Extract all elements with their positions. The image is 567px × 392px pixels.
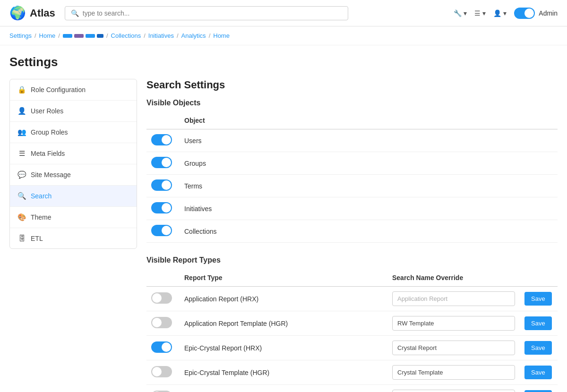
report-toggle-epic-crystal-tpl-hgr[interactable] [151, 366, 172, 377]
report-save-cell: Save [520, 336, 558, 360]
sep-1: / [34, 32, 36, 39]
save-button-epic-webl-report-hrx[interactable]: Save [524, 390, 552, 392]
report-toggle-app-report-tpl-hgr[interactable] [151, 317, 172, 328]
sidebar-item-role-config[interactable]: 🔒 Role Configuration [10, 79, 137, 101]
tools-chevron: ▾ [464, 9, 467, 17]
report-save-cell: Save [520, 360, 558, 385]
report-toggle-cell [146, 287, 180, 311]
sep-3: / [106, 32, 108, 39]
visible-objects-title: Visible Objects [146, 99, 558, 107]
pill-blue [63, 34, 72, 38]
object-label: Users [184, 137, 202, 145]
sidebar-label-search: Search [31, 192, 52, 200]
global-search[interactable]: 🔍 [65, 6, 348, 20]
report-override-cell [387, 385, 520, 392]
save-button-app-report-tpl-hgr[interactable]: Save [524, 316, 552, 330]
user-icon: 👤 [493, 9, 501, 17]
object-label: Collections [184, 228, 216, 235]
logo-text: Atlas [30, 7, 55, 19]
user-chevron: ▾ [503, 9, 507, 17]
sidebar-item-etl[interactable]: 🗄 ETL [10, 228, 137, 248]
breadcrumb-analytics[interactable]: Analytics [181, 32, 206, 39]
breadcrumb-home-1[interactable]: Home [39, 32, 56, 39]
sidebar-item-meta-fields[interactable]: ☰ Meta Fields [10, 143, 137, 164]
group-roles-icon: 👥 [17, 128, 26, 136]
override-input-epic-crystal-tpl-hgr[interactable] [392, 365, 515, 380]
user-menu[interactable]: 👤 ▾ [493, 9, 507, 17]
breadcrumb-settings[interactable]: Settings [9, 32, 32, 39]
search-override-col-header: Search Name Override [387, 270, 520, 287]
sidebar-item-site-message[interactable]: 💬 Site Message [10, 164, 137, 186]
override-input-epic-webl-report-hrx[interactable] [392, 390, 515, 392]
override-input-app-report-hrx[interactable] [392, 291, 515, 306]
report-types-table: Report Type Search Name Override Applica… [146, 270, 558, 392]
top-nav: 🌍 Atlas 🔍 🔧 ▾ ☰ ▾ 👤 ▾ Admin [0, 0, 567, 26]
report-type-col-header: Report Type [180, 270, 387, 287]
content-area: Search Settings Visible Objects Object U… [146, 79, 558, 392]
report-override-cell [387, 336, 520, 360]
sidebar-item-user-roles[interactable]: 👤 User Roles [10, 101, 137, 122]
table-row: Users [146, 129, 558, 152]
visible-report-types-title: Visible Report Types [146, 256, 558, 264]
report-save-cell: Save [520, 311, 558, 336]
sidebar-label-group-roles: Group Roles [31, 128, 68, 136]
list-menu[interactable]: ☰ ▾ [474, 9, 486, 17]
object-toggle-collections[interactable] [151, 225, 172, 236]
sidebar-label-user-roles: User Roles [31, 107, 63, 115]
sidebar-label-etl: ETL [31, 235, 43, 242]
breadcrumb-collections[interactable]: Collections [111, 32, 141, 39]
objects-toggle-col-header [146, 113, 180, 129]
table-row: Epic-Crystal Template (HGR) Save [146, 360, 558, 385]
report-type-cell: Application Report Template (HGR) [180, 311, 387, 336]
sidebar-item-search[interactable]: 🔍 Search [10, 186, 137, 207]
list-icon: ☰ [474, 9, 481, 17]
object-toggle-groups[interactable] [151, 157, 172, 168]
admin-toggle-group: Admin [514, 8, 558, 19]
report-type-label: Application Report (HRX) [184, 295, 258, 303]
sidebar-label-theme: Theme [31, 213, 52, 221]
report-toggle-cell [146, 385, 180, 392]
breadcrumb: Settings / Home / / Collections / Initia… [0, 26, 567, 45]
breadcrumb-initiatives[interactable]: Initiatives [148, 32, 174, 39]
table-row: Application Report Template (HGR) Save [146, 311, 558, 336]
tools-menu[interactable]: 🔧 ▾ [454, 9, 467, 17]
object-toggle-initiatives[interactable] [151, 202, 172, 213]
object-toggle-terms[interactable] [151, 179, 172, 191]
report-toggle-app-report-hrx[interactable] [151, 292, 172, 304]
report-type-label: Application Report Template (HGR) [184, 320, 288, 327]
admin-label: Admin [539, 9, 558, 17]
save-button-epic-crystal-tpl-hgr[interactable]: Save [524, 366, 552, 379]
report-toggle-epic-crystal-report-hrx[interactable] [151, 341, 172, 353]
page-container: Settings 🔒 Role Configuration 👤 User Rol… [0, 45, 567, 392]
sidebar: 🔒 Role Configuration 👤 User Roles 👥 Grou… [9, 79, 137, 249]
sidebar-item-group-roles[interactable]: 👥 Group Roles [10, 122, 137, 143]
save-col-header [520, 270, 558, 287]
sep-2: / [58, 32, 60, 39]
logo-icon: 🌍 [9, 5, 26, 21]
breadcrumb-home-2[interactable]: Home [213, 32, 230, 39]
object-label: Groups [184, 160, 206, 167]
override-input-epic-crystal-report-hrx[interactable] [392, 341, 515, 355]
override-input-app-report-tpl-hgr[interactable] [392, 316, 515, 331]
pill-purple [74, 34, 84, 38]
report-save-cell: Save [520, 385, 558, 392]
main-layout: 🔒 Role Configuration 👤 User Roles 👥 Grou… [9, 79, 558, 392]
save-button-epic-crystal-report-hrx[interactable]: Save [524, 341, 552, 355]
list-chevron: ▾ [482, 9, 486, 17]
report-type-label: Epic-Crystal Template (HGR) [184, 369, 269, 376]
theme-icon: 🎨 [17, 213, 26, 222]
logo-area: 🌍 Atlas [9, 5, 55, 21]
etl-icon: 🗄 [17, 234, 26, 242]
page-title: Settings [9, 55, 558, 69]
object-toggle-users[interactable] [151, 134, 172, 145]
report-type-label: Epic-Crystal Report (HRX) [184, 344, 262, 352]
save-button-app-report-hrx[interactable]: Save [524, 292, 552, 306]
pill-blue-2 [86, 34, 95, 38]
admin-toggle[interactable] [514, 8, 535, 19]
objects-object-col-header: Object [180, 113, 558, 129]
search-input[interactable] [83, 9, 342, 17]
report-toggle-cell [146, 311, 180, 336]
sidebar-item-theme[interactable]: 🎨 Theme [10, 207, 137, 228]
table-row: Application Report (HRX) Save [146, 287, 558, 311]
object-label: Terms [184, 182, 202, 190]
